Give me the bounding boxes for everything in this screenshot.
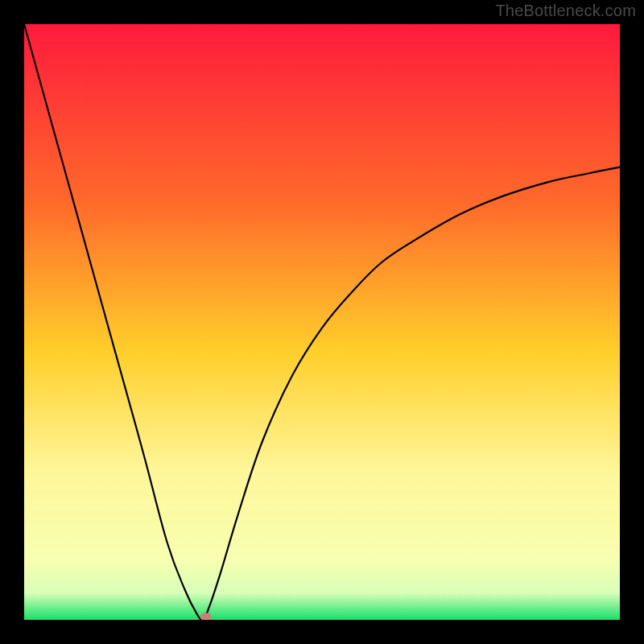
chart-background — [24, 24, 620, 620]
plot-area — [24, 24, 620, 620]
watermark-text: TheBottleneck.com — [495, 2, 636, 20]
chart-frame: TheBottleneck.com — [0, 0, 644, 644]
chart-svg — [24, 24, 620, 620]
